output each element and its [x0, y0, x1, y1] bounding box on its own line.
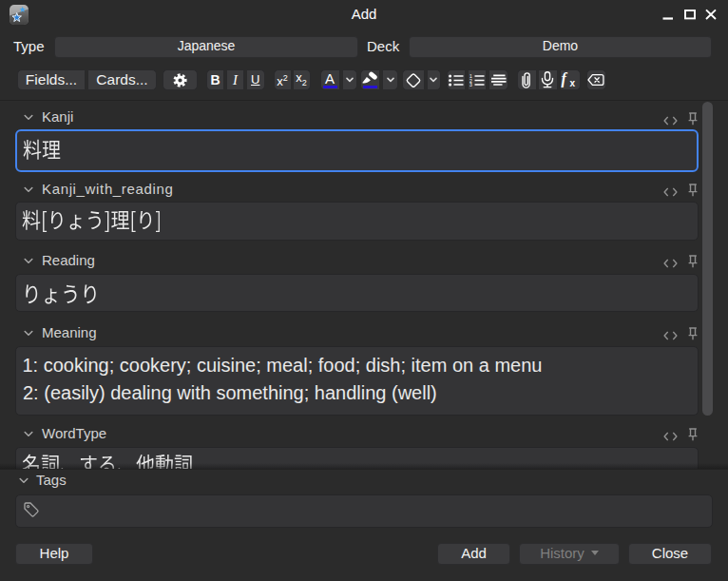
svg-text:3: 3 [469, 82, 472, 87]
svg-text:x: x [569, 78, 575, 87]
svg-text:f: f [562, 72, 568, 87]
